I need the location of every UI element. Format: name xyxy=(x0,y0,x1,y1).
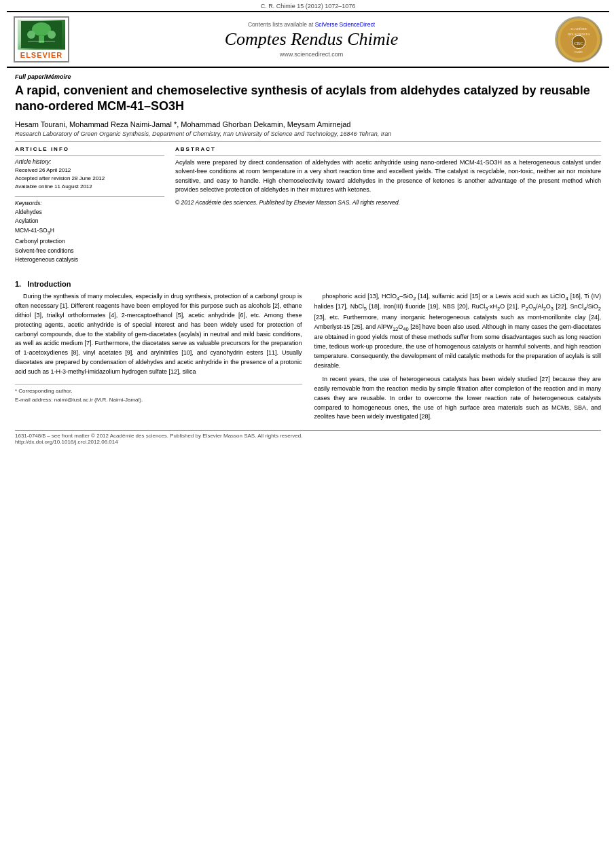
elsevier-tree-image xyxy=(18,20,65,50)
corresponding-note: * Corresponding author. xyxy=(15,387,302,395)
body-right-col: phosphoric acid [13], HClO4–SiO2 [14], s… xyxy=(314,292,602,427)
svg-text:PARIS: PARIS xyxy=(575,50,583,54)
svg-text:CRC: CRC xyxy=(574,41,583,46)
main-body: 1. Introduction During the synthesis of … xyxy=(15,280,601,427)
right-logo-area: ACADÉMIE DES SCIENCES CRC PARIS xyxy=(548,16,602,62)
email-address: naimi@iust.ac.ir (M.R. Naimi-Jamal). xyxy=(54,397,143,403)
email-label: E-mail address: xyxy=(15,397,53,403)
journal-website: www.sciencedirect.com xyxy=(75,51,548,58)
keywords-divider xyxy=(15,196,164,197)
svg-point-4 xyxy=(48,31,56,39)
footer-issn: 1631-0748/$ – see front matter © 2012 Ac… xyxy=(15,433,601,439)
authors: Hesam Tourani, Mohammad Reza Naimi-Jamal… xyxy=(15,120,601,128)
article-meta-section: ARTICLE INFO Article history: Received 2… xyxy=(15,146,601,270)
intro-right-para2: In recent years, the use of heterogeneou… xyxy=(314,375,602,423)
keyword-1: Aldehydes xyxy=(15,208,164,217)
page-content: Full paper/Mémoire A rapid, convenient a… xyxy=(0,73,616,426)
journal-header: ELSEVIER Contents lists available at Sci… xyxy=(7,11,609,68)
sciverse-line: Contents lists available at SciVerse Sci… xyxy=(75,21,548,28)
paper-type: Full paper/Mémoire xyxy=(15,73,601,80)
abstract-label: ABSTRACT xyxy=(175,146,601,152)
keyword-4: Carbonyl protection xyxy=(15,237,164,247)
keywords-list: Aldehydes Acylation MCM-41-SO3H Carbonyl… xyxy=(15,208,164,265)
body-columns: During the synthesis of many molecules, … xyxy=(15,292,601,427)
intro-title: 1. Introduction xyxy=(15,280,601,288)
intro-right-para1: phosphoric acid [13], HClO4–SiO2 [14], s… xyxy=(314,292,602,371)
journal-emblem: ACADÉMIE DES SCIENCES CRC PARIS xyxy=(555,16,602,62)
header-divider xyxy=(15,141,601,142)
elsevier-logo-box: ELSEVIER xyxy=(14,16,69,62)
history-label: Article history: xyxy=(15,158,164,165)
elsevier-wordmark: ELSEVIER xyxy=(20,51,62,59)
accepted-date: Accepted after revision 28 June 2012 xyxy=(15,175,164,183)
article-history: Article history: Received 26 April 2012 … xyxy=(15,158,164,191)
svg-rect-2 xyxy=(39,36,44,43)
affiliation: Research Laboratory of Green Organic Syn… xyxy=(15,130,601,137)
abstract-text: Acylals were prepared by direct condensa… xyxy=(175,158,601,195)
footer-doi: http://dx.doi.org/10.1016/j.crci.2012.06… xyxy=(15,439,601,445)
keyword-3: MCM-41-SO3H xyxy=(15,226,164,237)
received-date: Received 26 April 2012 xyxy=(15,166,164,175)
intro-left-para1: During the synthesis of many molecules, … xyxy=(15,292,302,377)
keyword-5: Solvent-free conditions xyxy=(15,247,164,256)
info-divider xyxy=(15,155,164,156)
paper-title: A rapid, convenient and chemoselective s… xyxy=(15,83,601,115)
citation-text: C. R. Chimie 15 (2012) 1072–1076 xyxy=(261,3,356,10)
copyright-line: © 2012 Académie des sciences. Published … xyxy=(175,199,601,206)
footnote-area: * Corresponding author. E-mail address: … xyxy=(15,384,302,404)
body-left-col: During the synthesis of many molecules, … xyxy=(15,292,302,427)
keywords-label: Keywords: xyxy=(15,200,164,207)
article-info-label: ARTICLE INFO xyxy=(15,146,164,152)
journal-center: Contents lists available at SciVerse Sci… xyxy=(75,21,548,58)
elsevier-logo-area: ELSEVIER xyxy=(14,16,75,62)
abstract-divider xyxy=(175,155,601,156)
svg-text:ACADÉMIE: ACADÉMIE xyxy=(570,27,587,31)
keyword-2: Acylation xyxy=(15,217,164,226)
sciverse-link[interactable]: SciVerse ScienceDirect xyxy=(315,21,375,28)
article-info-col: ARTICLE INFO Article history: Received 2… xyxy=(15,146,164,270)
citation-bar: C. R. Chimie 15 (2012) 1072–1076 xyxy=(0,0,616,11)
email-note: E-mail address: naimi@iust.ac.ir (M.R. N… xyxy=(15,396,302,404)
journal-title: Comptes Rendus Chimie xyxy=(75,29,548,50)
abstract-col: ABSTRACT Acylals were prepared by direct… xyxy=(175,146,601,270)
svg-point-3 xyxy=(27,31,35,39)
available-date: Available online 11 August 2012 xyxy=(15,183,164,191)
keyword-6: Heterogeneous catalysis xyxy=(15,255,164,265)
bottom-footer: 1631-0748/$ – see front matter © 2012 Ac… xyxy=(15,430,601,445)
keywords-block: Keywords: Aldehydes Acylation MCM-41-SO3… xyxy=(15,200,164,265)
